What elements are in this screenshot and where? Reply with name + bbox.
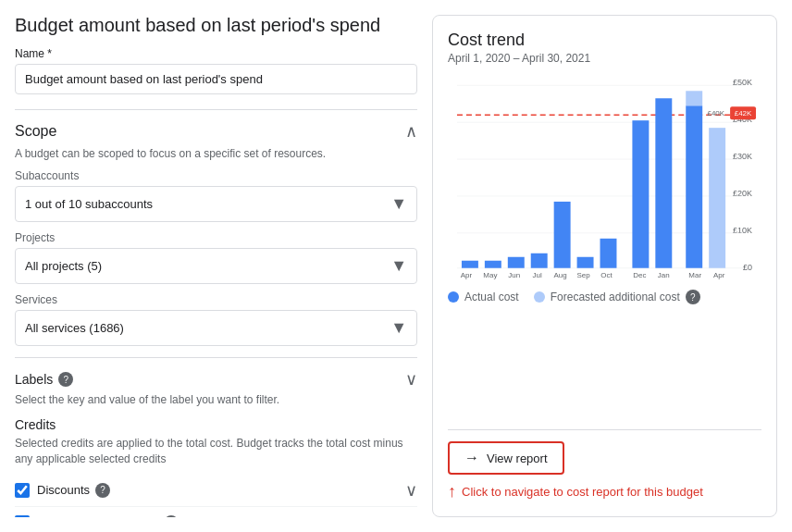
svg-text:£40K: £40K <box>707 109 724 118</box>
svg-text:Jan: Jan <box>658 271 670 279</box>
svg-text:Apr: Apr <box>713 271 725 279</box>
svg-text:£10K: £10K <box>733 226 752 235</box>
svg-text:Dec: Dec <box>633 271 646 279</box>
projects-arrow-icon: ▼ <box>390 256 407 276</box>
svg-rect-19 <box>531 254 548 268</box>
promotions-chevron: ∨ <box>405 513 417 517</box>
projects-label: Projects <box>15 231 417 244</box>
svg-text:Jul: Jul <box>533 271 542 279</box>
callout-message: Click to navigate to cost report for thi… <box>462 485 703 499</box>
svg-text:Apr: Apr <box>461 271 473 279</box>
discounts-label: Discounts <box>37 483 90 497</box>
credits-section: Credits Selected credits are applied to … <box>15 417 417 517</box>
credit-item-discounts: Discounts ? ∨ <box>15 475 417 507</box>
services-select[interactable]: All services (1686) ▼ <box>15 310 417 346</box>
svg-rect-21 <box>577 257 594 268</box>
svg-rect-20 <box>554 202 571 268</box>
legend-forecasted-label: Forecasted additional cost <box>551 291 680 303</box>
name-field-group: Name * <box>15 47 417 94</box>
svg-rect-17 <box>485 261 501 268</box>
view-report-button[interactable]: → View report <box>448 441 564 475</box>
labels-header[interactable]: Labels ? ∨ <box>15 369 417 390</box>
svg-rect-26 <box>686 91 702 105</box>
legend-forecasted-dot <box>534 291 545 303</box>
promotions-checkbox[interactable] <box>15 515 30 517</box>
labels-chevron: ∨ <box>405 369 417 390</box>
chart-area: £50K £40K £30K £20K £10K £0 £42K £40K <box>448 76 761 418</box>
chart-title: Cost trend <box>448 31 761 50</box>
labels-section: Labels ? ∨ Select the key and value of t… <box>15 357 417 406</box>
svg-text:Oct: Oct <box>600 271 613 279</box>
services-field: Services All services (1686) ▼ <box>15 293 417 346</box>
right-panel: Cost trend April 1, 2020 – April 30, 202… <box>432 15 777 517</box>
svg-rect-25 <box>686 105 702 267</box>
labels-help-icon[interactable]: ? <box>58 372 73 387</box>
promotions-label: Promotions and others <box>37 515 158 517</box>
svg-text:Aug: Aug <box>554 271 567 279</box>
left-panel: Budget amount based on last period's spe… <box>15 15 417 517</box>
promotions-help-icon[interactable]: ? <box>164 515 179 517</box>
budget-name-input[interactable] <box>15 64 417 94</box>
services-label: Services <box>15 293 417 306</box>
svg-rect-27 <box>709 128 725 268</box>
callout-arrow-icon: ↑ <box>448 482 456 501</box>
name-label: Name * <box>15 47 417 60</box>
svg-rect-22 <box>600 239 617 268</box>
credits-title: Credits <box>15 417 417 432</box>
legend-actual: Actual cost <box>448 291 519 303</box>
svg-text:Sep: Sep <box>576 271 590 279</box>
subaccounts-field: Subaccounts 1 out of 10 subaccounts ▼ <box>15 169 417 222</box>
scope-header[interactable]: Scope ∧ <box>15 121 417 142</box>
svg-rect-24 <box>655 98 672 267</box>
subaccounts-select[interactable]: 1 out of 10 subaccounts ▼ <box>15 186 417 222</box>
scope-title: Scope <box>15 123 56 140</box>
svg-text:£42K: £42K <box>735 109 752 118</box>
svg-text:£0: £0 <box>743 263 752 272</box>
subaccounts-label: Subaccounts <box>15 169 417 182</box>
view-report-label: View report <box>487 452 548 465</box>
discounts-checkbox[interactable] <box>15 483 30 498</box>
view-report-area: → View report ↑ Click to navigate to cos… <box>448 429 761 501</box>
credit-item-promotions: Promotions and others ? ∨ <box>15 507 417 517</box>
discounts-help-icon[interactable]: ? <box>95 483 110 498</box>
credits-description: Selected credits are applied to the tota… <box>15 436 417 467</box>
chart-legend: Actual cost Forecasted additional cost ? <box>448 290 761 304</box>
services-arrow-icon: ▼ <box>390 318 407 338</box>
cost-trend-chart: £50K £40K £30K £20K £10K £0 £42K £40K <box>448 76 761 279</box>
svg-text:Jun: Jun <box>508 271 520 279</box>
svg-rect-23 <box>632 120 649 268</box>
legend-forecasted: Forecasted additional cost ? <box>534 290 700 304</box>
svg-text:£20K: £20K <box>733 189 752 198</box>
callout-text-area: ↑ Click to navigate to cost report for t… <box>448 482 761 501</box>
svg-text:May: May <box>483 271 497 279</box>
view-report-arrow-icon: → <box>464 450 479 466</box>
legend-actual-dot <box>448 291 459 303</box>
svg-text:Mar: Mar <box>688 271 701 279</box>
page-title: Budget amount based on last period's spe… <box>15 15 417 36</box>
labels-hint: Select the key and value of the label yo… <box>15 393 417 406</box>
scope-chevron: ∧ <box>405 121 417 142</box>
svg-text:£50K: £50K <box>733 78 752 87</box>
projects-select[interactable]: All projects (5) ▼ <box>15 248 417 284</box>
subaccounts-arrow-icon: ▼ <box>390 194 407 214</box>
chart-date-range: April 1, 2020 – April 30, 2021 <box>448 52 761 65</box>
legend-help-icon[interactable]: ? <box>686 290 700 304</box>
svg-rect-18 <box>508 257 525 268</box>
svg-text:£30K: £30K <box>733 152 752 161</box>
scope-description: A budget can be scoped to focus on a spe… <box>15 147 417 160</box>
discounts-chevron: ∨ <box>405 480 417 501</box>
svg-rect-16 <box>462 261 478 268</box>
projects-field: Projects All projects (5) ▼ <box>15 231 417 284</box>
legend-actual-label: Actual cost <box>464 291 519 303</box>
labels-title-text: Labels <box>15 372 53 387</box>
scope-section: Scope ∧ A budget can be scoped to focus … <box>15 109 417 346</box>
